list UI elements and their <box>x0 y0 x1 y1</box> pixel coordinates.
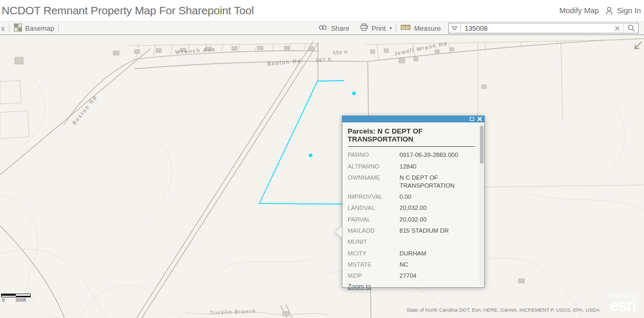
map-canvas[interactable]: Wrench Ave Boston Rd Jewell Wrenn Rd 550… <box>0 35 644 318</box>
dropdown-arrow-icon <box>451 26 458 31</box>
close-icon <box>614 25 620 31</box>
popup-title: Parcels: N C DEPT OF TRANSPORTATION <box>348 127 475 143</box>
field-value: 20,032.00 <box>400 204 475 212</box>
arrow-glyph-icon <box>635 42 641 49</box>
field-row: MSTATE NC <box>348 259 475 270</box>
field-label: LANDVAL <box>348 204 400 212</box>
ruler-icon <box>401 24 411 32</box>
print-label: Print <box>371 24 386 32</box>
measure-label: Measure <box>414 24 441 32</box>
esri-logo-text: esri <box>605 298 640 313</box>
field-label: MCITY <box>348 250 400 258</box>
scale-distance-label: 300ft <box>15 297 26 303</box>
modify-map-link[interactable]: Modify Map <box>559 6 599 15</box>
field-label: MUNIT <box>348 238 400 246</box>
scale-bar: 0 300ft <box>1 294 34 303</box>
parcel-point-marker[interactable] <box>309 154 313 157</box>
field-value: NC <box>400 261 475 269</box>
field-row: ALTPARNO 12840 <box>348 161 475 172</box>
details-clipped-label[interactable]: s <box>1 24 5 32</box>
app-window: NCDOT Remnant Property Map For Sharepoin… <box>0 0 644 318</box>
field-label: MAILADD <box>348 227 400 235</box>
field-row: IMPROVVAL 0.00 <box>348 191 475 202</box>
field-value: N C DEPT OF TRANSPORTATION <box>400 174 475 190</box>
field-label: OWNNAME <box>348 174 400 190</box>
field-value: 815 STADIUM DR <box>400 227 475 235</box>
field-label: ALTPARNO <box>348 163 400 171</box>
popup-divider <box>348 146 475 147</box>
parcel-point-marker[interactable] <box>352 92 356 95</box>
popup-scrollbar-thumb[interactable] <box>480 126 484 164</box>
popup-titlebar[interactable] <box>342 116 485 122</box>
page-title: NCDOT Remnant Property Map For Sharepoin… <box>2 4 254 17</box>
map-attribution: State of North Carolina DOT, Esri, HERE,… <box>406 307 600 313</box>
toolbar-divider <box>396 24 396 32</box>
search-dropdown-button[interactable] <box>449 23 461 33</box>
field-value: 0917-06-39-2883.000 <box>400 151 475 159</box>
stream-line <box>185 312 328 315</box>
maximize-icon[interactable] <box>470 117 474 121</box>
distance-label: 567 ft <box>316 56 332 63</box>
field-label: PARVAL <box>348 216 400 224</box>
field-row: MAILADD 815 STADIUM DR <box>348 225 475 236</box>
toolbar-divider <box>58 24 59 32</box>
basemap-button[interactable]: Basemap <box>14 23 55 33</box>
field-row: PARNO 0917-06-39-2883.000 <box>348 149 475 161</box>
contour-lines <box>0 77 644 318</box>
printer-icon <box>360 23 368 33</box>
measure-button[interactable]: Measure <box>401 24 441 32</box>
popup-body: Parcels: N C DEPT OF TRANSPORTATION PARN… <box>342 122 485 288</box>
field-row: PARVAL 20,032.00 <box>348 214 475 225</box>
popup-pointer <box>336 226 342 238</box>
parcel-highlight-outline[interactable] <box>259 81 344 204</box>
share-button[interactable]: Share <box>318 24 349 32</box>
app-header: NCDOT Remnant Property Map For Sharepoin… <box>0 0 644 21</box>
field-value: DURHAM <box>400 250 475 258</box>
field-value: 27704 <box>400 272 475 280</box>
field-label: PARNO <box>348 151 400 159</box>
scale-zero-label: 0 <box>2 297 5 303</box>
share-label: Share <box>331 24 349 32</box>
person-icon[interactable] <box>605 6 613 15</box>
basemap-label: Basemap <box>25 24 55 32</box>
field-label: MZIP <box>348 272 400 280</box>
basemap-grid-icon <box>14 23 22 33</box>
toolbar: s Basemap Share Print ▾ <box>0 21 644 35</box>
esri-logo: POWERED BY esri <box>605 294 640 313</box>
field-row: MCITY DURHAM <box>348 248 475 259</box>
search-clear-button[interactable] <box>611 23 624 33</box>
field-value: 12840 <box>400 163 475 171</box>
zoom-to-link[interactable]: Zoom to <box>348 283 371 290</box>
field-value: 0.00 <box>400 193 475 201</box>
print-button[interactable]: Print ▾ <box>360 23 392 33</box>
search-icon <box>628 24 635 32</box>
search-submit-button[interactable] <box>624 23 638 33</box>
field-value <box>400 238 475 246</box>
field-row: MZIP 27704 <box>348 270 475 281</box>
link-icon <box>318 24 328 32</box>
sign-in-link[interactable]: Sign In <box>617 6 641 15</box>
basemap-graphics <box>0 35 644 318</box>
toolbar-divider <box>9 24 10 32</box>
field-row: LANDVAL 20,032.00 <box>348 202 475 214</box>
close-icon[interactable] <box>477 117 482 121</box>
parcel-lines <box>0 40 644 287</box>
field-value: 20,032.00 <box>400 216 475 224</box>
field-row: OWNNAME N C DEPT OF TRANSPORTATION <box>348 172 475 191</box>
field-label: MSTATE <box>348 261 400 269</box>
search-box <box>448 23 639 33</box>
field-row: MUNIT <box>348 236 475 248</box>
field-label: IMPROVVAL <box>348 193 400 201</box>
header-actions: Modify Map Sign In <box>559 6 641 15</box>
parcel-popup: Parcels: N C DEPT OF TRANSPORTATION PARN… <box>342 116 485 288</box>
search-input[interactable] <box>461 23 611 33</box>
distance-label: 550 ft <box>333 49 348 56</box>
caret-down-icon: ▾ <box>389 25 392 31</box>
